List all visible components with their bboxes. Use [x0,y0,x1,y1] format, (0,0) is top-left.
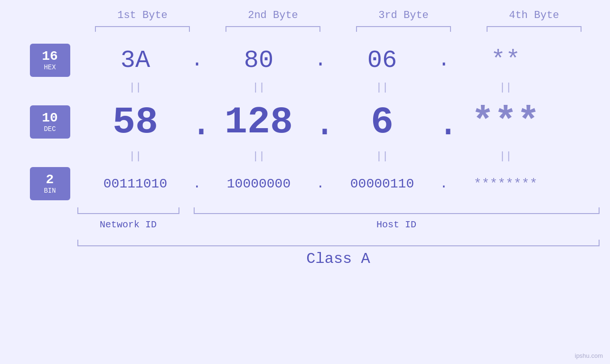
bin-badge-cell: 2 BIN [19,167,81,200]
bracket-byte3 [356,26,451,32]
bin-dot2: . [313,177,328,191]
top-brackets [77,26,600,32]
hex-badge-cell: 16 HEX [19,44,81,77]
eq-2-b1: || [81,150,190,162]
bin-base-label: BIN [44,187,56,195]
host-bracket [194,207,600,214]
hex-dot2: . [313,49,328,72]
byte4-header: 4th Byte [482,9,586,21]
bin-row: 2 BIN 00111010 . 10000000 . 00000110 . *… [19,165,610,203]
dec-byte1: 58 [81,101,190,144]
bin-byte2: 10000000 [204,177,313,191]
dec-badge: 10 DEC [30,105,70,139]
class-label: Class A [77,250,600,268]
network-bracket [77,207,179,214]
eq-1-b4: || [451,82,560,93]
bin-base-num: 2 [46,173,54,187]
hex-dot1: . [190,49,204,72]
dec-base-num: 10 [42,111,58,126]
full-bracket-row: Class A [77,240,600,268]
hex-badge: 16 HEX [30,44,70,77]
dec-byte4: *** [451,101,560,144]
bin-byte4: ******** [451,177,560,191]
dec-dot1: . [190,105,204,143]
hex-row: 16 HEX 3A . 80 . 06 . ** [19,41,610,79]
dec-values: 58 . 128 . 6 . *** [81,101,610,144]
bin-badge: 2 BIN [30,167,70,200]
bin-dot3: . [437,177,451,191]
bracket-byte1 [95,26,190,32]
dec-badge-cell: 10 DEC [19,105,81,139]
dec-dot2: . [313,105,328,143]
bottom-brackets [77,207,600,217]
bottom-labels: Network ID Host ID [77,219,600,230]
eq-2-b3: || [328,150,437,162]
eq-values-2: || || || || [81,150,610,162]
bin-values: 00111010 . 10000000 . 00000110 . *******… [81,177,610,191]
hex-base-num: 16 [42,49,58,64]
host-id-label: Host ID [194,219,600,230]
full-bracket [77,240,600,246]
dec-base-label: DEC [44,126,56,133]
label-gap [179,219,194,230]
bin-dot1: . [190,177,204,191]
bracket-byte4 [487,26,582,32]
byte3-header: 3rd Byte [351,9,456,21]
hex-byte1: 3A [81,47,190,75]
equals-row-1: || || || || [19,79,610,96]
byte2-header: 2nd Byte [221,9,325,21]
dec-byte3: 6 [328,101,437,144]
main-container: 1st Byte 2nd Byte 3rd Byte 4th Byte 16 H… [0,0,610,364]
hex-dot3: . [437,49,451,72]
watermark: ipshu.com [575,352,603,359]
bracket-gap1 [179,207,194,217]
hex-base-label: HEX [44,64,56,71]
eq-values-1: || || || || [81,82,610,93]
dec-dot3: . [437,105,451,143]
data-rows: 16 HEX 3A . 80 . 06 . ** || || | [0,41,610,203]
eq-2-b4: || [451,150,560,162]
bin-byte1: 00111010 [81,177,190,191]
eq-1-b3: || [328,82,437,93]
byte-headers: 1st Byte 2nd Byte 3rd Byte 4th Byte [77,9,600,21]
dec-byte2: 128 [204,101,313,144]
eq-1-b2: || [204,82,313,93]
eq-2-b2: || [204,150,313,162]
bin-byte3: 00000110 [328,177,437,191]
bottom-section: Network ID Host ID [77,207,600,230]
network-id-label: Network ID [77,219,179,230]
hex-byte3: 06 [328,47,437,75]
byte1-header: 1st Byte [90,9,195,21]
hex-byte2: 80 [204,47,313,75]
eq-1-b1: || [81,82,190,93]
hex-values: 3A . 80 . 06 . ** [81,47,610,75]
hex-byte4: ** [451,47,560,75]
dec-row: 10 DEC 58 . 128 . 6 . *** [19,96,610,148]
equals-row-2: || || || || [19,148,610,165]
bracket-byte2 [225,26,320,32]
